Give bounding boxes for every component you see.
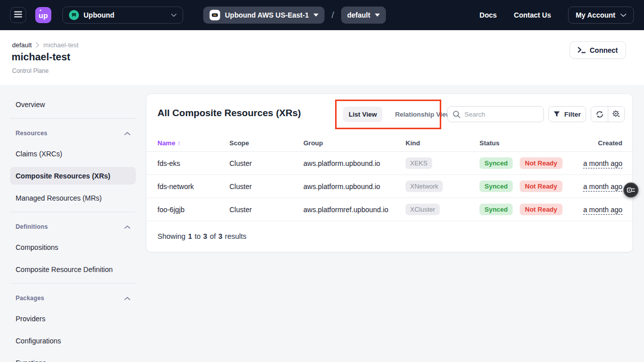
sidebar-item[interactable]: Configurations [10,332,136,349]
sidebar-item[interactable]: Managed Resources (MRs) [10,189,136,207]
triangle-down-icon [313,14,318,17]
status-badge: Synced [479,204,513,215]
sidebar-item[interactable]: Claims (XRCs) [10,145,136,162]
sidebar-item-label: Overview [16,101,45,109]
created-tooltip-text[interactable]: a month ago [583,159,622,168]
card-header: All Composite Resources (XRs) List View … [146,94,632,134]
cell-status: Synced Not Ready [479,157,575,169]
column-header-status[interactable]: Status [479,139,575,147]
column-header-group[interactable]: Group [303,139,406,147]
search-icon [453,111,460,118]
sidebar-section-header[interactable]: Resources [10,125,136,142]
cell-scope: Cluster [229,183,303,191]
cell-status: Synced Not Ready [479,204,575,215]
sidebar-item[interactable]: Composite Resource Definition [10,260,136,278]
sidebar-item-overview[interactable]: Overview [10,96,136,113]
group-selector[interactable]: default [341,7,386,24]
nav-link[interactable]: Contact Us [514,11,551,19]
sidebar-section-header[interactable]: Definitions [10,218,136,235]
nav-link[interactable]: Docs [479,11,497,19]
my-account-button[interactable]: My Account [568,7,634,24]
cell-scope: Cluster [229,206,303,214]
breadcrumb-chevron-icon [36,42,39,48]
cell-group: aws.platform.upbound.io [303,183,406,191]
sidebar-section-header[interactable]: Packages [10,290,136,307]
chevron-down-icon [620,14,626,17]
sidebar-item-label: Functions [16,359,46,362]
cell-created: a month ago [583,206,622,214]
org-selector[interactable]: Upbound [62,7,183,24]
breadcrumb-parent-link[interactable]: default [12,41,32,49]
org-avatar-icon [69,10,79,20]
control-plane-selector[interactable]: Upbound AWS US-East-1 [203,7,325,24]
created-tooltip-text[interactable]: a month ago [583,206,622,215]
refresh-icon [596,111,604,118]
status-badge: Synced [479,157,513,169]
logo-dot [40,10,41,11]
page-header: default michael-test michael-test Contro… [0,30,644,85]
table-row[interactable]: fds-eks Cluster aws.platform.upbound.io … [146,152,632,175]
status-badge: Synced [479,180,513,192]
chevron-up-icon [124,225,130,229]
control-plane-label: Upbound AWS US-East-1 [225,11,309,19]
table-row[interactable]: fds-network Cluster aws.platform.upbound… [146,175,632,198]
sidebar-section-items: Compositions Composite Resource Definiti… [10,238,136,278]
breadcrumb: default michael-test [12,41,78,49]
cell-group: aws.platform.upbound.io [303,159,406,167]
sidebar-section-items: Claims (XRCs) Composite Resources (XRs) … [10,145,136,207]
table-row[interactable]: foo-6jgjb Cluster aws.platformref.upboun… [146,198,632,221]
column-header-name[interactable]: Name ↑ [157,139,229,147]
gear-play-icon [612,110,621,118]
sidebar-item[interactable]: Functions [10,354,136,362]
sidebar-item-label: Providers [16,315,45,323]
status-badge: Not Ready [520,180,562,192]
cell-kind: XNetwork [406,180,479,192]
kind-badge: XEKS [406,157,432,169]
sidebar-item-label: Configurations [16,337,61,345]
feedback-widget-button[interactable] [623,183,638,198]
card-title: All Composite Resources (XRs) [157,108,301,119]
created-tooltip-text[interactable]: a month ago [583,183,622,192]
cell-name: fds-network [157,183,229,191]
column-header-scope[interactable]: Scope [229,139,303,147]
table-body: fds-eks Cluster aws.platform.upbound.io … [146,152,632,221]
sidebar-item[interactable]: Providers [10,310,136,327]
nav-links: Docs Contact Us [479,11,551,19]
sidebar-section-items: Providers Configurations Functions [10,310,136,362]
view-toggle: List View Relationship View [343,107,456,122]
column-header-kind[interactable]: Kind [406,139,479,147]
status-badge: Not Ready [520,157,562,169]
search-box [447,106,544,122]
sidebar-item[interactable]: Composite Resources (XRs) [10,167,136,185]
cell-name: fds-eks [157,159,229,167]
sort-asc-icon: ↑ [177,139,181,147]
sidebar-section: Resources Claims (XRCs) Composite Resour… [10,118,136,207]
view-toggle-option[interactable]: List View [343,107,382,122]
column-header-created[interactable]: Created [598,139,622,147]
group-selector-label: default [347,11,370,19]
table-actions [591,106,625,122]
sidebar-item-label: Claims (XRCs) [16,150,62,158]
refresh-button[interactable] [591,107,608,122]
menu-button[interactable] [10,7,26,23]
sidebar-item-label: Compositions [16,243,58,251]
connect-button[interactable]: Connect [570,41,626,59]
cell-name: foo-6jgjb [157,206,229,214]
path-separator: / [332,10,334,21]
hamburger-icon [14,11,22,19]
sidebar-item-label: Composite Resources (XRs) [16,172,110,180]
filter-button[interactable]: Filter [548,106,586,122]
sidebar-sections: Resources Claims (XRCs) Composite Resour… [10,118,136,362]
status-badge: Not Ready [520,204,562,215]
cell-kind: XCluster [406,204,479,215]
cell-scope: Cluster [229,159,303,167]
auto-refresh-settings-button[interactable] [608,107,624,122]
sidebar: Overview Resources Claims (XRCs) Composi… [10,96,136,362]
search-input[interactable] [464,111,530,118]
view-toggle-option[interactable]: Relationship View [389,107,456,122]
cell-kind: XEKS [406,157,479,169]
upbound-logo[interactable]: up [35,7,51,23]
sidebar-item[interactable]: Compositions [10,238,136,256]
sidebar-item-label: Composite Resource Definition [16,265,113,274]
sidebar-divider [10,212,136,212]
